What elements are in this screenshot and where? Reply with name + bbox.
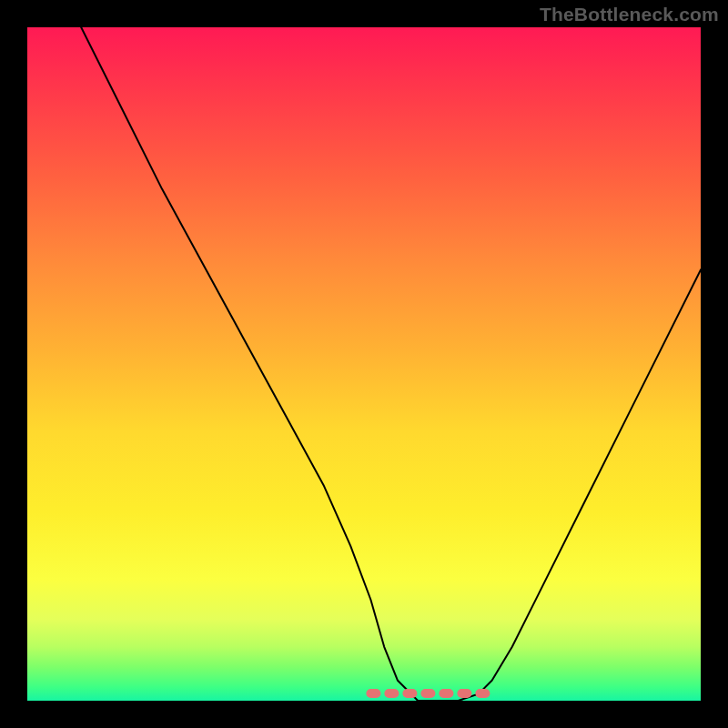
watermark-text: TheBottleneck.com: [540, 4, 719, 25]
bottleneck-curve-path: [81, 27, 701, 701]
chart-svg: [27, 27, 701, 701]
chart-plot-area: [27, 27, 701, 701]
